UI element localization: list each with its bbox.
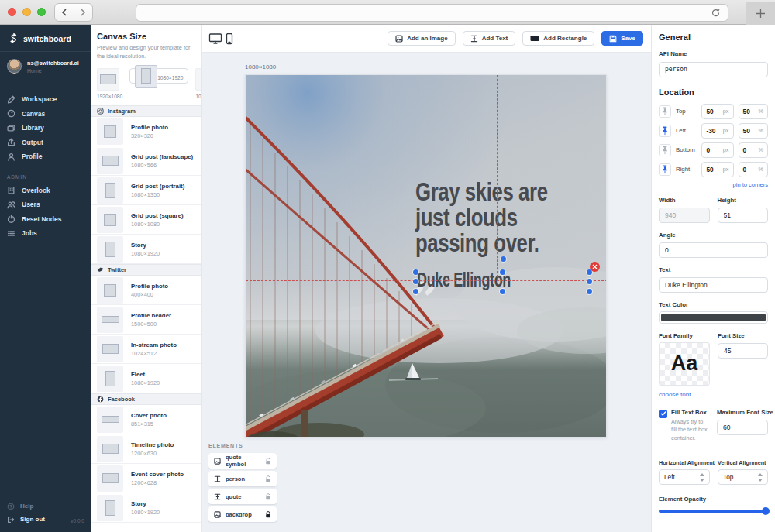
size-item[interactable]: Story1080×1920 — [91, 493, 202, 523]
mobile-preview-icon[interactable] — [226, 33, 233, 45]
resize-handle-e[interactable] — [587, 279, 592, 284]
size-item[interactable]: Profile header1500×500 — [91, 305, 202, 335]
new-tab-button[interactable] — [746, 2, 775, 25]
font-family-preview[interactable]: Aa — [659, 342, 710, 386]
size-item[interactable]: Story1080×1920 — [91, 235, 202, 264]
size-item[interactable]: Grid post (square)1080×1080 — [91, 205, 202, 235]
sidebar-item-output[interactable]: Output — [7, 136, 91, 150]
right-px-input[interactable]: 50px — [701, 162, 733, 177]
size-item[interactable]: Cover photo851×315 — [91, 405, 202, 434]
element-opacity-label: Element Opacity — [659, 496, 768, 503]
text-color-picker[interactable] — [659, 311, 768, 324]
browser-back-button[interactable] — [55, 4, 74, 21]
browser-forward-button[interactable] — [74, 4, 93, 21]
pin-top-button[interactable] — [659, 105, 671, 118]
left-percent-input[interactable]: 50% — [739, 123, 768, 139]
slider-knob[interactable] — [762, 507, 770, 515]
section-header-facebook: Facebook — [91, 393, 202, 405]
size-item[interactable]: Profile photo320×320 — [91, 117, 202, 146]
sidebar-item-profile[interactable]: Profile — [7, 149, 91, 164]
minimize-window-button[interactable] — [22, 8, 31, 16]
element-item-quote-symbol[interactable]: quote-symbol — [208, 453, 277, 469]
preset-1920x1080[interactable]: 1920×1080 — [97, 68, 122, 99]
image-icon — [214, 511, 221, 518]
pin-bottom-button[interactable] — [659, 144, 671, 156]
add-image-button[interactable]: Add an Image — [388, 31, 455, 46]
api-name-input[interactable] — [659, 62, 768, 77]
element-item-person[interactable]: person — [208, 471, 277, 486]
list-icon — [7, 229, 16, 238]
artboard[interactable]: ” Gray skies are just clouds passing ove… — [245, 74, 607, 438]
desktop-preview-icon[interactable] — [208, 33, 222, 45]
sidebar-item-reset-nodes[interactable]: Reset Nodes — [7, 212, 91, 227]
height-input[interactable] — [718, 208, 769, 223]
preset-1080x1080[interactable]: 1080×1080 — [195, 68, 202, 99]
top-px-input[interactable]: 50px — [701, 104, 733, 119]
text-input[interactable] — [659, 277, 768, 293]
pin-to-corners-link[interactable]: pin to corners — [659, 181, 768, 188]
size-item[interactable]: Timeline photo1200×630 — [91, 434, 202, 464]
top-percent-input[interactable]: 50% — [739, 104, 768, 119]
save-button[interactable]: Save — [601, 31, 643, 46]
sidebar-item-jobs[interactable]: Jobs — [7, 226, 91, 241]
element-item-backdrop[interactable]: backdrop — [208, 506, 277, 522]
add-text-button[interactable]: Add Text — [463, 31, 516, 46]
user-account[interactable]: ns@switchboard.ai Home — [0, 52, 91, 81]
angle-label: Angle — [659, 232, 768, 239]
pin-right-button[interactable] — [659, 163, 671, 176]
sidebar-item-overlook[interactable]: Overlook — [7, 184, 91, 198]
resize-handle-s[interactable] — [500, 289, 505, 294]
size-item[interactable]: Event cover photo1200×628 — [91, 464, 202, 493]
size-item[interactable]: Grid post (landscape)1080×566 — [91, 146, 202, 176]
angle-input[interactable] — [659, 242, 768, 258]
sidebar-item-canvas[interactable]: Canvas — [7, 107, 91, 122]
reload-icon[interactable] — [710, 7, 722, 19]
rotate-handle[interactable] — [501, 256, 506, 262]
size-item[interactable]: Profile photo400×400 — [91, 276, 202, 305]
size-item[interactable]: In-stream photo1024×512 — [91, 335, 202, 364]
resize-handle-sw[interactable] — [413, 289, 418, 294]
pin-left-button[interactable] — [659, 125, 671, 137]
brand[interactable]: switchboard — [0, 25, 91, 52]
sidebar-item-users[interactable]: Users — [7, 197, 91, 212]
text-icon — [214, 475, 221, 482]
user-home-label: Home — [27, 68, 79, 74]
sidebar-item-label: Overlook — [22, 187, 50, 194]
resize-handle-nw[interactable] — [413, 269, 418, 275]
canvas-workspace[interactable]: 1080×1080 — [202, 53, 651, 532]
section-header-twitter: Twitter — [91, 264, 202, 276]
element-opacity-slider[interactable] — [659, 510, 768, 513]
size-item[interactable]: Fleet1080×1920 — [91, 364, 202, 393]
element-item-quote[interactable]: quote — [208, 489, 277, 504]
horizontal-alignment-label: Horizontal Alignment — [659, 459, 710, 466]
panel-description: Preview and design your template for the… — [97, 44, 194, 60]
inspector-panel: General API Name Location Top 50px 50% L… — [651, 25, 775, 532]
fill-text-box-checkbox[interactable] — [659, 410, 667, 418]
sidebar-item-library[interactable]: Library — [7, 121, 91, 136]
choose-font-link[interactable]: choose font — [659, 391, 691, 398]
version-label: v0.0.0 — [71, 518, 84, 523]
font-size-input[interactable] — [718, 343, 768, 359]
vertical-alignment-select[interactable]: Top — [718, 469, 768, 485]
delete-element-button[interactable] — [590, 262, 600, 272]
resize-handle-se[interactable] — [587, 289, 592, 294]
zoom-window-button[interactable] — [37, 8, 46, 16]
horizontal-alignment-select[interactable]: Left — [659, 469, 710, 485]
right-percent-input[interactable]: 0% — [739, 162, 768, 177]
stepper-icon — [758, 473, 763, 482]
quote-element[interactable]: Gray skies are just clouds passing over. — [415, 179, 585, 256]
left-px-input[interactable]: -30px — [701, 123, 733, 139]
add-rectangle-button[interactable]: Add Rectangle — [522, 31, 594, 46]
close-window-button[interactable] — [8, 8, 16, 16]
preset-1080x1920[interactable]: 1080×1920 — [129, 68, 188, 84]
address-bar[interactable] — [136, 4, 728, 22]
bottom-px-input[interactable]: 0px — [701, 142, 733, 158]
bottom-percent-input[interactable]: 0% — [739, 142, 768, 158]
switchboard-logo-icon — [7, 33, 19, 44]
sidebar-item-workspace[interactable]: Workspace — [7, 92, 91, 107]
help-link[interactable]: Help — [7, 499, 91, 513]
size-item[interactable]: Grid post (portrait)1080×1350 — [91, 176, 202, 205]
resize-handle-n[interactable] — [500, 269, 505, 275]
resize-handle-w[interactable] — [413, 279, 418, 284]
max-font-size-input[interactable] — [717, 420, 768, 435]
